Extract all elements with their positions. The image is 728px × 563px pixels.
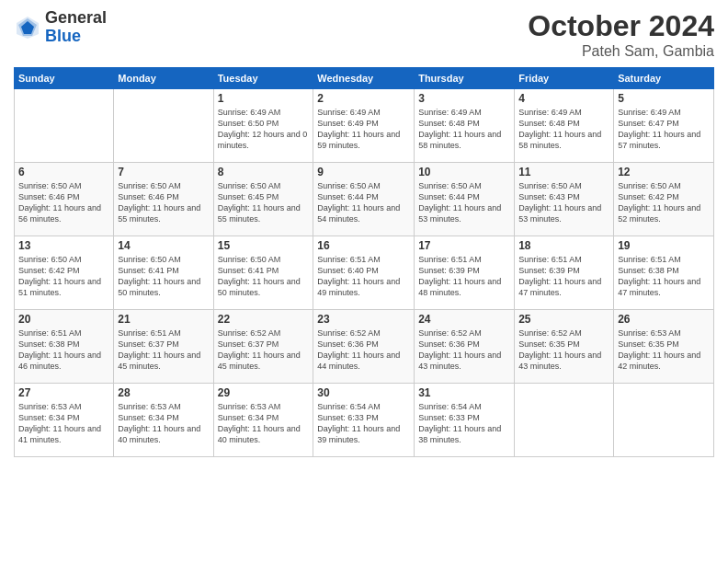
cell-day-number: 23 <box>317 313 410 326</box>
cell-info: Sunrise: 6:50 AM Sunset: 6:42 PM Dayligh… <box>18 254 109 299</box>
cell-day-number: 26 <box>618 313 710 326</box>
cell-day-number: 1 <box>218 92 310 105</box>
calendar-cell: 26Sunrise: 6:53 AM Sunset: 6:35 PM Dayli… <box>614 310 714 384</box>
location: Pateh Sam, Gambia <box>528 43 714 60</box>
cell-info: Sunrise: 6:51 AM Sunset: 6:39 PM Dayligh… <box>418 254 510 299</box>
day-header-sunday: Sunday <box>15 68 114 89</box>
day-header-monday: Monday <box>114 68 213 89</box>
cell-day-number: 17 <box>418 239 510 252</box>
day-header-thursday: Thursday <box>415 68 515 89</box>
cell-day-number: 22 <box>218 313 310 326</box>
logo-text: General Blue <box>45 9 107 46</box>
cell-info: Sunrise: 6:50 AM Sunset: 6:41 PM Dayligh… <box>118 254 209 299</box>
cell-day-number: 21 <box>118 313 209 326</box>
cell-day-number: 24 <box>418 313 510 326</box>
calendar-week-2: 6Sunrise: 6:50 AM Sunset: 6:46 PM Daylig… <box>15 163 714 236</box>
calendar-cell: 14Sunrise: 6:50 AM Sunset: 6:41 PM Dayli… <box>114 236 213 310</box>
cell-day-number: 18 <box>518 239 609 252</box>
calendar-cell: 20Sunrise: 6:51 AM Sunset: 6:38 PM Dayli… <box>15 310 114 384</box>
calendar-cell: 21Sunrise: 6:51 AM Sunset: 6:37 PM Dayli… <box>114 310 213 384</box>
cell-day-number: 15 <box>218 239 310 252</box>
cell-info: Sunrise: 6:51 AM Sunset: 6:39 PM Dayligh… <box>518 254 609 299</box>
cell-day-number: 25 <box>518 313 609 326</box>
cell-info: Sunrise: 6:49 AM Sunset: 6:48 PM Dayligh… <box>518 107 609 152</box>
calendar-cell <box>15 89 114 163</box>
logo-icon <box>14 14 41 41</box>
cell-info: Sunrise: 6:53 AM Sunset: 6:35 PM Dayligh… <box>618 327 710 373</box>
calendar-header-row: SundayMondayTuesdayWednesdayThursdayFrid… <box>15 68 714 89</box>
cell-day-number: 8 <box>218 166 310 178</box>
cell-info: Sunrise: 6:53 AM Sunset: 6:34 PM Dayligh… <box>18 401 109 446</box>
cell-day-number: 13 <box>18 239 109 252</box>
cell-info: Sunrise: 6:49 AM Sunset: 6:48 PM Dayligh… <box>418 107 510 152</box>
cell-day-number: 6 <box>18 166 109 178</box>
calendar-cell: 24Sunrise: 6:52 AM Sunset: 6:36 PM Dayli… <box>415 310 515 384</box>
cell-info: Sunrise: 6:53 AM Sunset: 6:34 PM Dayligh… <box>218 401 310 446</box>
calendar-cell: 9Sunrise: 6:50 AM Sunset: 6:44 PM Daylig… <box>313 163 415 236</box>
calendar-cell <box>515 384 614 457</box>
calendar-cell <box>114 89 213 163</box>
cell-info: Sunrise: 6:50 AM Sunset: 6:41 PM Dayligh… <box>218 254 310 299</box>
calendar-cell: 25Sunrise: 6:52 AM Sunset: 6:35 PM Dayli… <box>515 310 614 384</box>
cell-info: Sunrise: 6:50 AM Sunset: 6:45 PM Dayligh… <box>218 180 310 225</box>
cell-info: Sunrise: 6:49 AM Sunset: 6:49 PM Dayligh… <box>317 107 410 152</box>
calendar-cell: 27Sunrise: 6:53 AM Sunset: 6:34 PM Dayli… <box>15 384 114 457</box>
calendar-cell: 1Sunrise: 6:49 AM Sunset: 6:50 PM Daylig… <box>213 89 313 163</box>
calendar-cell: 18Sunrise: 6:51 AM Sunset: 6:39 PM Dayli… <box>515 236 614 310</box>
cell-day-number: 27 <box>18 386 109 399</box>
cell-day-number: 11 <box>518 166 609 178</box>
calendar-cell: 15Sunrise: 6:50 AM Sunset: 6:41 PM Dayli… <box>213 236 313 310</box>
logo: General Blue <box>14 9 107 46</box>
calendar-cell: 11Sunrise: 6:50 AM Sunset: 6:43 PM Dayli… <box>515 163 614 236</box>
day-header-saturday: Saturday <box>614 68 714 89</box>
cell-info: Sunrise: 6:51 AM Sunset: 6:37 PM Dayligh… <box>118 327 209 373</box>
cell-day-number: 16 <box>317 239 410 252</box>
cell-day-number: 19 <box>618 239 710 252</box>
cell-day-number: 31 <box>418 386 510 399</box>
cell-day-number: 28 <box>118 386 209 399</box>
cell-info: Sunrise: 6:52 AM Sunset: 6:36 PM Dayligh… <box>317 327 410 373</box>
day-header-tuesday: Tuesday <box>213 68 313 89</box>
cell-info: Sunrise: 6:50 AM Sunset: 6:46 PM Dayligh… <box>118 180 209 225</box>
calendar-cell: 2Sunrise: 6:49 AM Sunset: 6:49 PM Daylig… <box>313 89 415 163</box>
cell-info: Sunrise: 6:50 AM Sunset: 6:46 PM Dayligh… <box>18 180 109 225</box>
cell-info: Sunrise: 6:52 AM Sunset: 6:36 PM Dayligh… <box>418 327 510 373</box>
calendar-cell: 19Sunrise: 6:51 AM Sunset: 6:38 PM Dayli… <box>614 236 714 310</box>
month-title: October 2024 <box>528 9 714 43</box>
calendar-cell: 4Sunrise: 6:49 AM Sunset: 6:48 PM Daylig… <box>515 89 614 163</box>
day-header-wednesday: Wednesday <box>313 68 415 89</box>
header: General Blue October 2024 Pateh Sam, Gam… <box>14 9 714 60</box>
calendar-cell: 5Sunrise: 6:49 AM Sunset: 6:47 PM Daylig… <box>614 89 714 163</box>
cell-info: Sunrise: 6:50 AM Sunset: 6:42 PM Dayligh… <box>618 180 710 225</box>
page: General Blue October 2024 Pateh Sam, Gam… <box>0 0 728 563</box>
cell-info: Sunrise: 6:51 AM Sunset: 6:38 PM Dayligh… <box>18 327 109 373</box>
calendar-table: SundayMondayTuesdayWednesdayThursdayFrid… <box>14 67 714 457</box>
calendar-cell: 7Sunrise: 6:50 AM Sunset: 6:46 PM Daylig… <box>114 163 213 236</box>
cell-info: Sunrise: 6:49 AM Sunset: 6:50 PM Dayligh… <box>218 107 310 152</box>
cell-day-number: 3 <box>418 92 510 105</box>
cell-day-number: 20 <box>18 313 109 326</box>
cell-day-number: 10 <box>418 166 510 178</box>
cell-info: Sunrise: 6:54 AM Sunset: 6:33 PM Dayligh… <box>418 401 510 446</box>
cell-info: Sunrise: 6:50 AM Sunset: 6:44 PM Dayligh… <box>317 180 410 225</box>
day-header-friday: Friday <box>515 68 614 89</box>
calendar-week-3: 13Sunrise: 6:50 AM Sunset: 6:42 PM Dayli… <box>15 236 714 310</box>
cell-info: Sunrise: 6:51 AM Sunset: 6:38 PM Dayligh… <box>618 254 710 299</box>
cell-day-number: 2 <box>317 92 410 105</box>
calendar-cell <box>614 384 714 457</box>
cell-info: Sunrise: 6:51 AM Sunset: 6:40 PM Dayligh… <box>317 254 410 299</box>
cell-info: Sunrise: 6:53 AM Sunset: 6:34 PM Dayligh… <box>118 401 209 446</box>
calendar-cell: 28Sunrise: 6:53 AM Sunset: 6:34 PM Dayli… <box>114 384 213 457</box>
cell-info: Sunrise: 6:50 AM Sunset: 6:43 PM Dayligh… <box>518 180 609 225</box>
cell-day-number: 29 <box>218 386 310 399</box>
calendar-cell: 22Sunrise: 6:52 AM Sunset: 6:37 PM Dayli… <box>213 310 313 384</box>
calendar-cell: 6Sunrise: 6:50 AM Sunset: 6:46 PM Daylig… <box>15 163 114 236</box>
calendar-cell: 31Sunrise: 6:54 AM Sunset: 6:33 PM Dayli… <box>415 384 515 457</box>
calendar-cell: 16Sunrise: 6:51 AM Sunset: 6:40 PM Dayli… <box>313 236 415 310</box>
cell-info: Sunrise: 6:54 AM Sunset: 6:33 PM Dayligh… <box>317 401 410 446</box>
cell-info: Sunrise: 6:50 AM Sunset: 6:44 PM Dayligh… <box>418 180 510 225</box>
cell-info: Sunrise: 6:52 AM Sunset: 6:35 PM Dayligh… <box>518 327 609 373</box>
calendar-cell: 12Sunrise: 6:50 AM Sunset: 6:42 PM Dayli… <box>614 163 714 236</box>
cell-day-number: 7 <box>118 166 209 178</box>
calendar-cell: 3Sunrise: 6:49 AM Sunset: 6:48 PM Daylig… <box>415 89 515 163</box>
